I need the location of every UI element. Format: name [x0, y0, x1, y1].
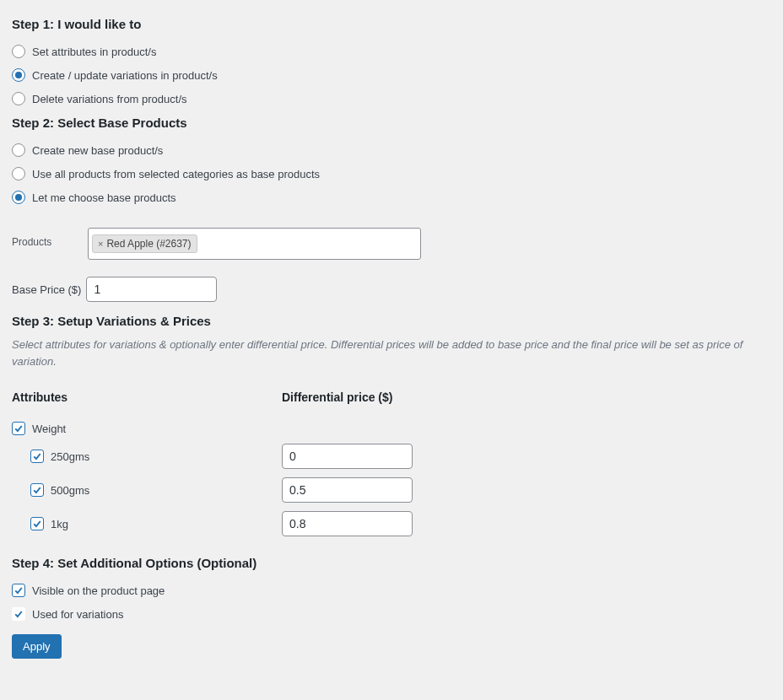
check-icon — [32, 519, 42, 529]
remove-chip-icon[interactable]: × — [98, 239, 103, 249]
radio-label: Use all products from selected categorie… — [32, 168, 320, 180]
checkbox-weight[interactable] — [12, 422, 25, 435]
checkbox-visible[interactable] — [12, 584, 25, 597]
radio-icon[interactable] — [12, 143, 25, 157]
radio-row-create-update[interactable]: Create / update variations in product/s — [12, 63, 771, 87]
variation-row-500gms: 500gms — [12, 473, 771, 507]
radio-row-create-new[interactable]: Create new base product/s — [12, 138, 771, 162]
column-attributes: Attributes — [12, 390, 282, 404]
base-price-input[interactable] — [86, 277, 217, 302]
products-select[interactable]: × Red Apple (#2637) — [88, 228, 421, 260]
variation-label: 500gms — [51, 484, 89, 497]
check-icon — [14, 585, 24, 595]
radio-icon[interactable] — [12, 68, 25, 82]
radio-label: Delete variations from product/s — [32, 93, 187, 105]
radio-icon[interactable] — [12, 92, 25, 105]
radio-row-delete[interactable]: Delete variations from product/s — [12, 87, 771, 110]
radio-row-use-categories[interactable]: Use all products from selected categorie… — [12, 162, 771, 186]
step2-heading: Step 2: Select Base Products — [12, 116, 771, 130]
diff-price-input-250gms[interactable] — [282, 444, 413, 469]
variation-label: 250gms — [51, 450, 89, 463]
step4-heading: Step 4: Set Additional Options (Optional… — [12, 556, 771, 570]
checkbox-used — [12, 607, 25, 621]
apply-button[interactable]: Apply — [12, 634, 62, 659]
radio-row-set-attributes[interactable]: Set attributes in product/s — [12, 40, 771, 63]
checkbox-250gms[interactable] — [30, 450, 44, 463]
checkbox-500gms[interactable] — [30, 483, 44, 497]
option-used-row[interactable]: Used for variations — [12, 602, 771, 626]
variation-label: 1kg — [51, 518, 68, 530]
products-label: Products — [12, 228, 88, 248]
check-icon — [32, 451, 42, 461]
radio-label: Create / update variations in product/s — [32, 69, 218, 82]
option-visible-row[interactable]: Visible on the product page — [12, 579, 771, 602]
attributes-header: Attributes Differential price ($) — [12, 390, 771, 404]
step3-heading: Step 3: Setup Variations & Prices — [12, 314, 771, 328]
option-label: Visible on the product page — [32, 584, 165, 597]
variation-row-250gms: 250gms — [12, 439, 771, 473]
step3-helper: Select attributes for variations & optio… — [12, 337, 771, 369]
radio-row-let-me-choose[interactable]: Let me choose base products — [12, 186, 771, 209]
attribute-group-label: Weight — [32, 423, 66, 435]
checkbox-1kg[interactable] — [30, 517, 44, 530]
base-price-row: Base Price ($) — [12, 277, 771, 302]
diff-price-input-500gms[interactable] — [282, 477, 413, 503]
check-icon — [14, 609, 24, 619]
step1-heading: Step 1: I would like to — [12, 17, 771, 31]
attribute-group-row[interactable]: Weight — [12, 417, 771, 439]
chip-text: Red Apple (#2637) — [106, 238, 191, 250]
product-chip: × Red Apple (#2637) — [92, 234, 197, 253]
radio-label: Set attributes in product/s — [32, 46, 156, 58]
variation-row-1kg: 1kg — [12, 507, 771, 541]
base-price-label: Base Price ($) — [12, 283, 81, 296]
check-icon — [14, 423, 24, 433]
radio-icon[interactable] — [12, 45, 25, 58]
radio-icon[interactable] — [12, 167, 25, 180]
column-diff-price: Differential price ($) — [282, 390, 392, 404]
radio-icon[interactable] — [12, 191, 25, 204]
radio-label: Create new base product/s — [32, 144, 163, 157]
products-row: Products × Red Apple (#2637) — [12, 228, 771, 260]
check-icon — [32, 485, 42, 495]
option-label: Used for variations — [32, 608, 123, 621]
radio-label: Let me choose base products — [32, 191, 176, 204]
diff-price-input-1kg[interactable] — [282, 511, 413, 536]
